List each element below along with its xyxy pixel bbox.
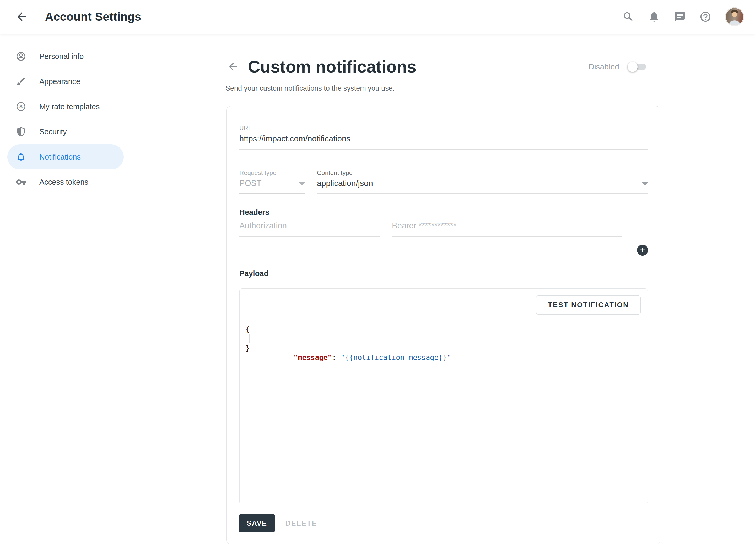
request-type-select: POST xyxy=(239,179,305,194)
url-input[interactable] xyxy=(239,134,648,150)
sidebar-item-label: Appearance xyxy=(39,77,80,86)
header-value-input[interactable] xyxy=(392,221,622,237)
sidebar-item-access-tokens[interactable]: Access tokens xyxy=(7,169,124,195)
dollar-circle-icon: $ xyxy=(16,101,26,112)
code-json-key: "message" xyxy=(294,353,332,361)
svg-text:$: $ xyxy=(19,103,22,109)
page-subtitle: Send your custom notifications to the sy… xyxy=(226,84,394,93)
topbar-actions xyxy=(622,7,744,26)
sidebar-item-personal-info[interactable]: Personal info xyxy=(7,44,124,69)
plus-icon: + xyxy=(640,245,645,255)
sidebar-item-label: Notifications xyxy=(39,153,81,161)
notification-settings-card: URL Request type POST Content type appli… xyxy=(226,106,660,544)
notifications-bell-icon[interactable] xyxy=(648,11,660,23)
bell-icon xyxy=(16,152,26,162)
code-line: "message": "{{notification-message}}" xyxy=(246,334,642,343)
sidebar-item-security[interactable]: Security xyxy=(7,119,124,144)
sidebar-item-appearance[interactable]: Appearance xyxy=(7,69,124,94)
headers-section-title: Headers xyxy=(239,208,269,217)
brush-icon xyxy=(16,76,26,87)
sidebar-item-notifications[interactable]: Notifications xyxy=(7,144,124,169)
save-button[interactable]: SAVE xyxy=(239,514,275,533)
person-circle-icon xyxy=(16,51,26,62)
back-arrow-icon[interactable] xyxy=(15,10,28,23)
toggle-thumb xyxy=(627,62,638,72)
sidebar-item-label: Security xyxy=(39,127,67,136)
key-icon xyxy=(16,177,26,187)
user-avatar[interactable] xyxy=(725,7,744,26)
content-type-value: application/json xyxy=(317,179,373,188)
content-type-select[interactable]: application/json xyxy=(317,179,648,194)
shield-icon xyxy=(16,126,26,137)
code-separator: : xyxy=(332,353,341,361)
help-icon[interactable] xyxy=(699,11,712,23)
enable-toggle-group: Disabled xyxy=(588,62,646,72)
chat-icon[interactable] xyxy=(674,11,686,23)
payload-code-editor[interactable]: { "message": "{{notification-message}}" … xyxy=(246,324,642,353)
code-line: { xyxy=(246,324,642,334)
url-field-label: URL xyxy=(239,125,252,132)
sidebar-item-label: My rate templates xyxy=(39,102,100,111)
delete-button: DELETE xyxy=(286,519,317,527)
page-header: Custom notifications Disabled xyxy=(226,53,661,81)
add-header-button[interactable]: + xyxy=(637,245,648,256)
request-type-value: POST xyxy=(239,179,262,188)
search-icon[interactable] xyxy=(622,11,634,23)
code-line: } xyxy=(246,343,642,353)
content-type-label: Content type xyxy=(317,169,353,177)
toggle-status-label: Disabled xyxy=(588,62,619,71)
app-title: Account Settings xyxy=(45,10,141,23)
settings-sidebar: Personal info Appearance $ My rate templ… xyxy=(0,34,136,195)
chevron-down-icon xyxy=(642,182,648,186)
payload-toolbar: TEST NOTIFICATION xyxy=(239,288,647,321)
header-key-input[interactable] xyxy=(239,221,380,237)
sidebar-item-label: Access tokens xyxy=(39,178,88,186)
test-notification-button[interactable]: TEST NOTIFICATION xyxy=(536,296,641,315)
topbar: Account Settings xyxy=(0,0,755,34)
section-back-arrow-icon[interactable] xyxy=(227,61,239,73)
payload-section-title: Payload xyxy=(239,269,268,278)
indent-guide xyxy=(249,334,250,343)
sidebar-item-my-rate-templates[interactable]: $ My rate templates xyxy=(7,94,124,119)
chevron-down-icon xyxy=(299,182,305,186)
payload-panel: TEST NOTIFICATION { "message": "{{notifi… xyxy=(239,288,648,504)
code-json-value: "{{notification-message}}" xyxy=(341,353,451,361)
sidebar-item-label: Personal info xyxy=(39,52,84,61)
page-title: Custom notifications xyxy=(248,57,416,77)
form-actions: SAVE DELETE xyxy=(239,514,317,533)
enable-toggle[interactable] xyxy=(627,62,646,72)
request-type-label: Request type xyxy=(239,169,276,177)
